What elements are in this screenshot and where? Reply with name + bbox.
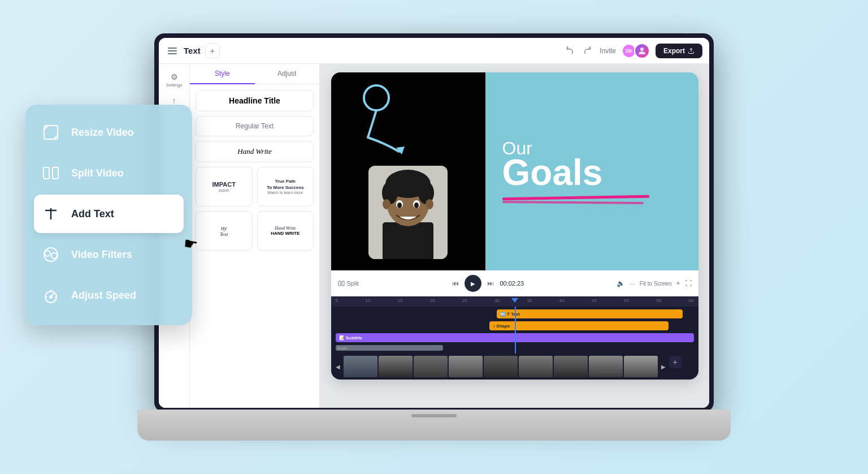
text-card-path[interactable]: True PathTo More Success Watch to learn …: [257, 167, 314, 206]
svg-rect-22: [53, 167, 58, 179]
sidebar-item-settings[interactable]: ⚙ Settings: [164, 70, 184, 90]
text-card-bottom-grid: ny Text Hand Write HAND WRITE: [196, 211, 314, 251]
thumbnail-8: [589, 356, 623, 377]
invite-button[interactable]: Invite: [600, 47, 616, 55]
laptop-base: [137, 410, 731, 441]
video-preview: Our Goals: [331, 72, 698, 380]
add-item-button[interactable]: +: [205, 44, 220, 58]
text-card-impact[interactable]: IMPACT ssion: [196, 167, 253, 206]
thumbnail-2: [379, 356, 413, 377]
menu-item-speed[interactable]: Adjust Speed: [34, 276, 184, 314]
timeline-tracks: 🔤 T Text ♪ Shape 📝 Subtitle: [331, 307, 698, 354]
zoom-in-button[interactable]: +: [676, 279, 680, 287]
svg-rect-18: [338, 281, 341, 286]
redo-button[interactable]: [581, 44, 594, 58]
skip-back-button[interactable]: ⏮: [451, 278, 460, 288]
tab-adjust[interactable]: Adjust: [255, 64, 320, 84]
text-panel: Style Adjust Headline Title Regular Text…: [190, 64, 320, 408]
playback-controls: ⏮ ▶ ⏭ 00:02:23: [363, 275, 612, 292]
slide-left: [331, 72, 485, 270]
resize-video-label: Resize Video: [71, 127, 134, 139]
preview-area: Our Goals: [320, 64, 709, 408]
person-photo: [368, 166, 448, 259]
svg-point-12: [383, 199, 390, 209]
play-button[interactable]: ▶: [465, 275, 481, 292]
avatar-photo: [634, 43, 650, 59]
track-text-chip[interactable]: 🔤 T Text: [497, 309, 683, 318]
tab-style[interactable]: Style: [190, 64, 255, 84]
svg-point-27: [51, 253, 57, 258]
time-display: 00:02:23: [500, 280, 524, 287]
undo-button[interactable]: [563, 44, 576, 58]
goals-main-text: Goals: [502, 154, 603, 191]
controls-bar: Split ⏮ ▶ ⏭ 00:02:23 🔈 —: [331, 270, 698, 296]
laptop-screen-inner: Text + Invite SK: [159, 38, 709, 408]
svg-point-2: [364, 85, 389, 110]
svg-point-17: [414, 202, 419, 208]
thumbnail-6: [519, 356, 553, 377]
volume-button[interactable]: 🔈: [617, 279, 625, 287]
menu-item-split[interactable]: Split Video: [34, 154, 184, 192]
playhead-line: [515, 307, 516, 354]
add-clip-button[interactable]: +: [669, 356, 682, 368]
timeline-ruler: 5 10 15 20 25 30 35 40 4: [331, 296, 698, 307]
svg-rect-6: [383, 222, 433, 259]
upload-icon: ↑: [172, 96, 176, 105]
thumbnail-9: [624, 356, 658, 377]
underline-pink2: [502, 201, 643, 204]
menu-item-add-text[interactable]: Add Text: [34, 195, 184, 233]
slide-right: Our Goals: [485, 72, 698, 270]
menu-item-resize[interactable]: Resize Video: [34, 113, 184, 152]
menu-item-filters[interactable]: Video Filters: [34, 235, 184, 274]
goals-underline: [502, 196, 649, 204]
fit-screen-label: Fit to Screen: [640, 281, 672, 287]
thumbnail-strip: ◀: [331, 354, 698, 380]
hamburger-icon[interactable]: [166, 45, 179, 57]
export-button[interactable]: Export: [656, 44, 702, 58]
thumbnail-1: [344, 356, 377, 377]
split-icon: [41, 163, 61, 183]
svg-point-26: [45, 251, 50, 256]
handwrite-button[interactable]: Hand Write: [196, 141, 314, 162]
track-audio-chip[interactable]: Audio: [336, 345, 443, 351]
text-card-handwrite2[interactable]: Hand Write HAND WRITE: [257, 211, 314, 251]
panel-content: Headline Title Regular Text Hand Write I…: [190, 84, 319, 408]
panel-tabs: Style Adjust: [190, 64, 319, 84]
top-bar-right: Invite SK Export: [563, 43, 702, 59]
add-text-icon: [41, 204, 61, 224]
thumbnail-3: [414, 356, 448, 377]
svg-point-0: [640, 48, 644, 51]
laptop-screen-outer: Text + Invite SK: [154, 33, 714, 412]
fullscreen-button[interactable]: ⛶: [685, 279, 692, 287]
underline-pink1: [502, 195, 649, 201]
text-card-handwrite1[interactable]: ny Text: [196, 211, 253, 251]
app-ui: Text + Invite SK: [159, 38, 709, 408]
resize-icon: [41, 122, 61, 143]
svg-point-13: [426, 199, 433, 209]
stick-figure-svg: [340, 81, 413, 154]
video-filters-label: Video Filters: [71, 249, 132, 261]
page-title: Text: [184, 46, 201, 55]
speed-icon: [41, 285, 61, 305]
skip-forward-button[interactable]: ⏭: [486, 278, 495, 288]
text-style-grid: IMPACT ssion True PathTo More Success Wa…: [196, 167, 314, 206]
headline-title-button[interactable]: Headline Title: [196, 90, 314, 111]
settings-icon: ⚙: [171, 72, 178, 81]
split-button[interactable]: Split: [338, 280, 359, 287]
top-bar: Text + Invite SK: [159, 38, 709, 64]
video-canvas: Our Goals: [331, 72, 698, 270]
svg-line-3: [368, 110, 376, 137]
svg-point-29: [50, 296, 52, 298]
svg-rect-19: [342, 281, 344, 286]
avatar-group: SK: [622, 43, 650, 59]
floating-context-menu: Resize Video Split Video Add Text: [25, 105, 192, 325]
thumbnail-7: [554, 356, 588, 377]
svg-point-16: [397, 202, 402, 208]
track-shape-chip[interactable]: ♪ Shape: [489, 321, 669, 330]
filters-icon: [41, 244, 61, 265]
regular-text-button[interactable]: Regular Text: [196, 116, 314, 136]
laptop-frame: Text + Invite SK: [137, 33, 731, 441]
main-area: ⚙ Settings ↑ Upload ◉ ▦: [159, 64, 709, 408]
split-video-label: Split Video: [71, 167, 124, 179]
top-bar-left: Text +: [166, 44, 559, 58]
